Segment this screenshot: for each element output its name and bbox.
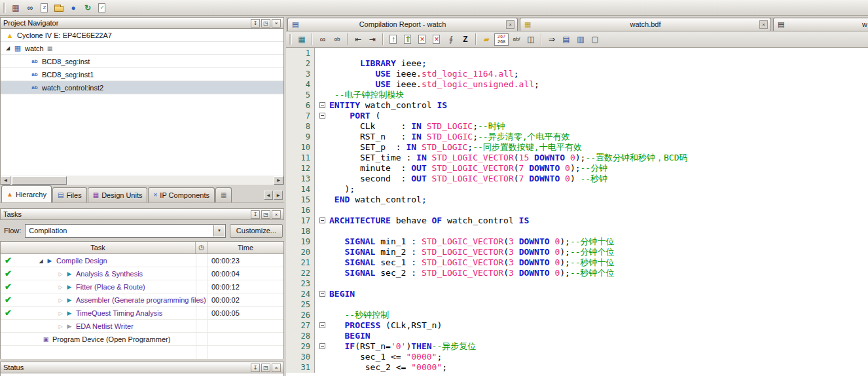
scroll-left-icon[interactable]: ◀ (1, 176, 10, 185)
clock-icon[interactable]: ◷ (196, 242, 208, 254)
code-text[interactable]: USE ieee.std_logic_unsigned.all; (329, 79, 539, 90)
close-tab-icon[interactable]: × (506, 20, 515, 29)
indent-icon[interactable]: ⇥ (366, 33, 379, 46)
tree-item[interactable]: abBCD8_seg:inst (1, 55, 283, 68)
tree-item[interactable]: ◢▦watch▦ (1, 42, 283, 55)
tab-compilation-report[interactable]: Compilation Report - watch▤× (287, 18, 518, 31)
code-text[interactable]: SIGNAL min_2 : STD_LOGIC_VECTOR(3 DOWNTO… (329, 247, 615, 257)
fold-collapse-icon[interactable] (319, 102, 325, 108)
expander-icon[interactable]: ▷ (56, 324, 65, 329)
tab-watch-bdf[interactable]: watch.bdf▦× (520, 18, 771, 31)
tab-hierarchy[interactable]: ▲Hierarchy (1, 185, 52, 202)
word-wrap-icon[interactable]: ab/ (510, 33, 523, 46)
task-row[interactable]: ✔▷▶TimeQuest Timing Analysis00:00:05 (1, 307, 283, 320)
toolbar-grip[interactable] (289, 34, 292, 45)
expander-icon[interactable]: ▷ (56, 284, 65, 290)
templates-icon[interactable]: ▤ (560, 33, 573, 46)
code-text[interactable]: LIBRARY ieee; (329, 58, 427, 69)
code-text[interactable]: SET_p : IN STD_LOGIC;--同步置数按键,十电平有效 (329, 142, 582, 153)
delete-line-icon[interactable]: × (416, 33, 429, 46)
scroll-left-icon[interactable]: ◀ (264, 191, 273, 200)
goto-icon[interactable]: ⇒ (545, 33, 558, 46)
code-text[interactable]: second : OUT STD_LOGIC_VECTOR(7 DOWNTO 0… (329, 174, 607, 184)
new-window-icon[interactable]: ▢ (588, 33, 602, 46)
code-text[interactable]: sec_2 <= "0000"; (329, 362, 447, 373)
fold-collapse-icon[interactable] (319, 291, 325, 297)
fold-collapse-icon[interactable] (319, 322, 325, 328)
connections-table-icon[interactable]: ▦ (295, 33, 308, 46)
pin-icon[interactable]: ↧ (251, 19, 260, 28)
code-text[interactable]: BEGIN (329, 289, 355, 299)
close-tab-icon[interactable]: × (759, 20, 768, 29)
scroll-right-icon[interactable]: ▶ (274, 176, 283, 185)
combo-arrow-icon[interactable]: ▼ (213, 225, 225, 236)
scrollbar-track[interactable] (10, 176, 274, 185)
line-counter-icon[interactable]: 267268 (494, 33, 509, 46)
task-row[interactable]: ▣Program Device (Open Programmer) (1, 333, 283, 346)
insert-file-icon[interactable]: ↑ (387, 33, 400, 46)
toolbar-grip[interactable] (3, 3, 6, 13)
help-book-icon[interactable]: ▥ (574, 33, 587, 46)
code-text[interactable]: SIGNAL sec_1 : STD_LOGIC_VECTOR(3 DOWNTO… (329, 257, 615, 268)
tab-partial[interactable]: w▤× (773, 18, 868, 31)
tree-item[interactable]: abBCD8_seg:inst1 (1, 68, 283, 81)
task-column-header[interactable]: Task (1, 242, 196, 254)
code-text[interactable]: --电子钟控制模块 (329, 90, 404, 100)
globe-icon[interactable]: ● (67, 1, 80, 14)
text-edit-icon[interactable]: Z (38, 1, 51, 14)
flow-combobox[interactable]: Compilation ▼ (25, 224, 226, 238)
sleep-icon[interactable]: Z (459, 33, 472, 46)
code-text[interactable]: sec_1 <= "0000"; (329, 352, 442, 362)
code-text[interactable]: USE ieee.std_logic_1164.all; (329, 69, 519, 79)
code-text[interactable]: ARCHITECTURE behave OF watch_control IS (329, 216, 529, 226)
find-icon[interactable]: ∞ (24, 1, 37, 14)
fold-collapse-icon[interactable] (319, 113, 325, 119)
expander-icon[interactable]: ▷ (56, 297, 65, 303)
code-text[interactable]: minute : OUT STD_LOGIC_VECTOR(7 DOWNTO 0… (329, 163, 607, 174)
open-file-icon[interactable] (52, 1, 65, 14)
task-row[interactable]: ✔▷▶Fitter (Place & Route)00:00:12 (1, 280, 283, 293)
code-text[interactable]: SIGNAL sec_2 : STD_LOGIC_VECTOR(3 DOWNTO… (329, 268, 615, 278)
split-window-icon[interactable]: ◫ (524, 33, 537, 46)
code-text[interactable]: SIGNAL min_1 : STD_LOGIC_VECTOR(3 DOWNTO… (329, 236, 615, 247)
tab-ip-components[interactable]: ×IP Components (148, 187, 214, 202)
code-text[interactable]: END watch_control; (329, 195, 427, 205)
fold-collapse-icon[interactable] (319, 343, 325, 349)
tab-design-units[interactable]: ▦Design Units (88, 187, 148, 202)
fold-collapse-icon[interactable] (319, 217, 325, 223)
report-check-icon[interactable]: ✓ (96, 1, 109, 14)
task-row[interactable]: ▷▶EDA Netlist Writer (1, 320, 283, 333)
expander-icon[interactable]: ◢ (3, 45, 12, 51)
attach-icon[interactable]: ∮ (444, 33, 458, 46)
code-text[interactable]: ); (329, 184, 355, 195)
scrollbar-thumb[interactable] (12, 176, 67, 185)
find-icon[interactable]: ∞ (316, 33, 329, 46)
find-replace-icon[interactable]: ab (331, 33, 344, 46)
delete-block-icon[interactable]: × (430, 33, 443, 46)
close-icon[interactable]: × (272, 364, 281, 372)
tab-files[interactable]: ▤Files (52, 187, 87, 202)
expander-icon[interactable]: ◢ (37, 258, 45, 264)
task-row[interactable]: ✔◢▶Compile Design00:00:23 (1, 254, 283, 267)
code-text[interactable]: PROCESS (CLk,RST_n) (329, 320, 442, 331)
task-row[interactable]: ✔▷▶Assembler (Generate programming files… (1, 293, 283, 307)
code-text[interactable]: SET_time : IN STD_LOGIC_VECTOR(15 DOWNTO… (329, 153, 688, 163)
close-icon[interactable]: × (272, 19, 281, 28)
float-icon[interactable]: ◳ (261, 364, 270, 372)
code-text[interactable]: CLk : IN STD_LOGIC;--时钟 (329, 121, 505, 132)
code-text[interactable]: RST_n : IN STD_LOGIC;--异步清零,个电平有效 (329, 132, 570, 142)
pin-icon[interactable]: ↧ (251, 210, 260, 219)
time-column-header[interactable]: Time (208, 242, 283, 254)
save-block-icon[interactable]: ⇑ (401, 33, 414, 46)
code-text[interactable]: IF(RST_n='0')THEN--异步复位 (329, 341, 476, 352)
scroll-right-icon[interactable]: ▶ (274, 191, 283, 200)
code-text[interactable]: ENTITY watch_control IS (329, 100, 447, 111)
code-text[interactable]: PORT ( (329, 111, 380, 121)
code-editor[interactable]: 12 LIBRARY ieee;3 USE ieee.std_logic_116… (286, 48, 868, 376)
highlighter-icon[interactable]: ▰ (480, 33, 493, 46)
float-icon[interactable]: ◳ (261, 19, 270, 28)
tab-extra[interactable]: ▦ (215, 187, 232, 202)
expander-icon[interactable]: ▷ (56, 271, 65, 277)
pin-icon[interactable]: ↧ (251, 364, 260, 372)
code-text[interactable]: --秒钟控制 (329, 310, 389, 320)
